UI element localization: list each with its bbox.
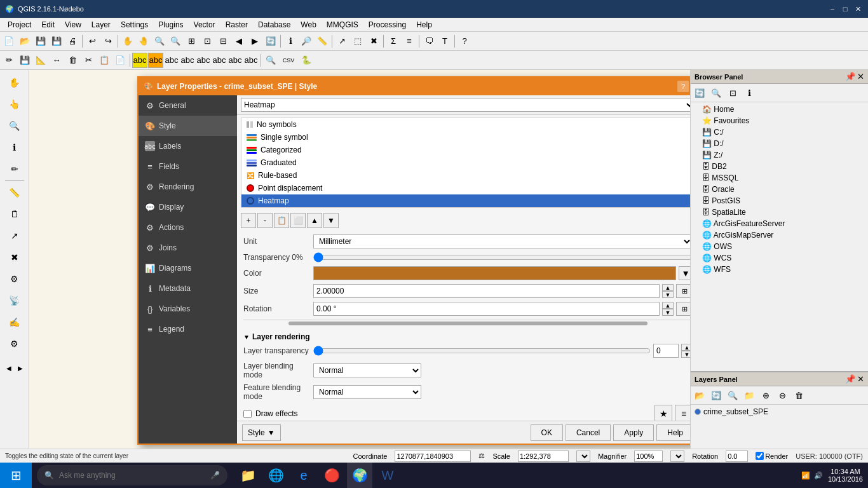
delete-selected-btn[interactable]: 🗑	[65, 53, 80, 68]
zoom-next-btn[interactable]: ▶	[247, 34, 262, 49]
nav-item-display[interactable]: 💬 Display	[139, 197, 237, 217]
size-up-btn[interactable]: ▲	[662, 284, 674, 291]
menu-edit[interactable]: Edit	[36, 19, 60, 30]
browser-info-btn[interactable]: ℹ	[742, 85, 757, 100]
transparency-slider[interactable]	[313, 252, 690, 262]
undo-btn[interactable]: ↩	[85, 34, 100, 49]
layers-refresh-btn[interactable]: 🔄	[709, 388, 724, 403]
new-project-btn[interactable]: 📄	[1, 34, 17, 49]
maximize-btn[interactable]: □	[840, 4, 850, 14]
identify-btn[interactable]: ℹ	[283, 34, 298, 49]
lt-touch[interactable]: 👆	[4, 94, 25, 114]
menu-layer[interactable]: Layer	[86, 19, 116, 30]
layers-remove-btn[interactable]: 🗑	[791, 388, 806, 403]
menu-vector[interactable]: Vector	[189, 19, 220, 30]
pan-btn[interactable]: ✋	[120, 34, 135, 49]
lt-deselect[interactable]: ✖	[4, 247, 25, 268]
help-btn[interactable]: ?	[457, 34, 472, 49]
save-project-btn[interactable]: 💾	[33, 34, 48, 49]
browser-pin-btn[interactable]: 📌	[845, 72, 856, 81]
identify-results-btn[interactable]: 🔍	[263, 53, 278, 68]
nav-item-diagrams[interactable]: 📊 Diagrams	[139, 258, 237, 278]
close-btn[interactable]: ✕	[853, 4, 863, 14]
layers-render-btn[interactable]: ≡	[675, 405, 690, 421]
layer-transparency-value[interactable]	[653, 344, 679, 358]
move-up-btn[interactable]: ▲	[307, 213, 322, 228]
copy-rule-btn[interactable]: 📋	[274, 213, 289, 228]
style-type-select[interactable]: No symbols Single symbol Categorized Gra…	[241, 98, 690, 112]
move-feature-btn[interactable]: ↔	[49, 53, 64, 68]
star-render-btn[interactable]: ★	[654, 405, 672, 421]
zoom-previous-btn[interactable]: ◀	[231, 34, 247, 49]
zoom-full-btn[interactable]: ⊞	[184, 34, 199, 49]
python-btn[interactable]: 🐍	[299, 53, 314, 68]
minimize-btn[interactable]: –	[827, 4, 837, 14]
help-dialog-btn[interactable]: Help	[656, 424, 690, 441]
lt-measure[interactable]: 📏	[4, 182, 25, 203]
measure-btn[interactable]: 📏	[315, 34, 330, 49]
layer-trans-up[interactable]: ▲	[681, 344, 690, 351]
menu-web[interactable]: Web	[295, 19, 321, 30]
rotation-down-btn[interactable]: ▼	[662, 309, 674, 316]
browser-item-z[interactable]: 💾 Z:/	[692, 149, 867, 161]
rotation-input[interactable]	[313, 302, 660, 316]
cancel-button[interactable]: Cancel	[566, 424, 611, 441]
nav-item-variables[interactable]: {} Variables	[139, 299, 237, 319]
lt-arrow-left[interactable]: ◀	[4, 358, 14, 378]
menu-plugins[interactable]: Plugins	[153, 19, 188, 30]
copy-feature-btn[interactable]: 📋	[97, 53, 112, 68]
rotation-field-btn[interactable]: ⊞	[676, 302, 690, 316]
menu-database[interactable]: Database	[253, 19, 295, 30]
lt-arrow-right[interactable]: ▶	[15, 358, 25, 378]
open-project-btn[interactable]: 📂	[17, 34, 32, 49]
lt-identify[interactable]: ℹ	[4, 137, 25, 158]
rotation-status-input[interactable]	[726, 451, 748, 462]
nav-item-labels[interactable]: abc Labels	[139, 136, 237, 156]
pan-map-btn[interactable]: 🤚	[136, 34, 151, 49]
sym-graduated[interactable]: Graduated	[241, 156, 690, 169]
annotation-btn[interactable]: 🗨	[421, 34, 437, 49]
unit-select[interactable]: Millimeter Pixel Point Map unit	[313, 234, 690, 248]
layer-rendering-header[interactable]: ▼ Layer rendering	[243, 330, 690, 344]
ok-button[interactable]: OK	[531, 424, 563, 441]
sym-heatmap[interactable]: Heatmap	[241, 194, 690, 207]
browser-item-d[interactable]: 💾 D:/	[692, 138, 867, 149]
browser-item-ows[interactable]: 🌐 OWS	[692, 241, 867, 252]
menu-processing[interactable]: Processing	[363, 19, 411, 30]
layer-transparency-slider[interactable]	[313, 346, 651, 356]
browser-item-arcgis-map[interactable]: 🌐 ArcGisMapServer	[692, 229, 867, 241]
layers-close-btn[interactable]: ✕	[857, 374, 864, 384]
rotation-up-btn[interactable]: ▲	[662, 302, 674, 309]
browser-refresh-btn[interactable]: 🔄	[692, 85, 707, 100]
scale-select[interactable]	[576, 451, 590, 462]
taskbar-app-explorer[interactable]: 📁	[235, 463, 261, 488]
cut-feature-btn[interactable]: ✂	[81, 53, 96, 68]
browser-filter-btn[interactable]: 🔍	[709, 85, 724, 100]
browser-item-c[interactable]: 💾 C:/	[692, 126, 867, 138]
nav-item-metadata[interactable]: ℹ Metadata	[139, 278, 237, 299]
stats-btn[interactable]: Σ	[386, 34, 401, 49]
menu-view[interactable]: View	[60, 19, 86, 30]
dialog-help-btn[interactable]: ?	[677, 81, 689, 92]
coordinate-input[interactable]	[395, 451, 471, 462]
sym-categorized[interactable]: Categorized	[241, 144, 690, 156]
browser-item-home[interactable]: 🏠 Home	[692, 104, 867, 115]
zoom-layer-btn[interactable]: ⊡	[200, 34, 215, 49]
nav-item-style[interactable]: 🎨 Style	[139, 116, 237, 136]
taskbar-app-word[interactable]: W	[375, 463, 400, 488]
lt-gps[interactable]: 📡	[4, 290, 25, 311]
refresh-btn[interactable]: 🔄	[263, 34, 278, 49]
digitize-btn[interactable]: 📐	[33, 53, 48, 68]
menu-project[interactable]: Project	[3, 19, 36, 30]
label7-btn[interactable]: abc	[227, 53, 243, 68]
save-edits-btn[interactable]: 💾	[17, 53, 32, 68]
draw-effects-checkbox[interactable]	[243, 410, 252, 418]
lt-settings[interactable]: ⚙	[4, 334, 25, 354]
nav-item-legend[interactable]: ≡ Legend	[139, 319, 237, 339]
browser-item-spatialite[interactable]: 🗄 SpatiaLite	[692, 207, 867, 218]
print-btn[interactable]: 🖨	[65, 34, 80, 49]
lt-annotate[interactable]: 🗒	[4, 204, 25, 224]
paste-feature-btn[interactable]: 📄	[112, 53, 128, 68]
zoom-selection-btn[interactable]: ⊟	[215, 34, 231, 49]
magnifier-input[interactable]	[634, 451, 663, 462]
